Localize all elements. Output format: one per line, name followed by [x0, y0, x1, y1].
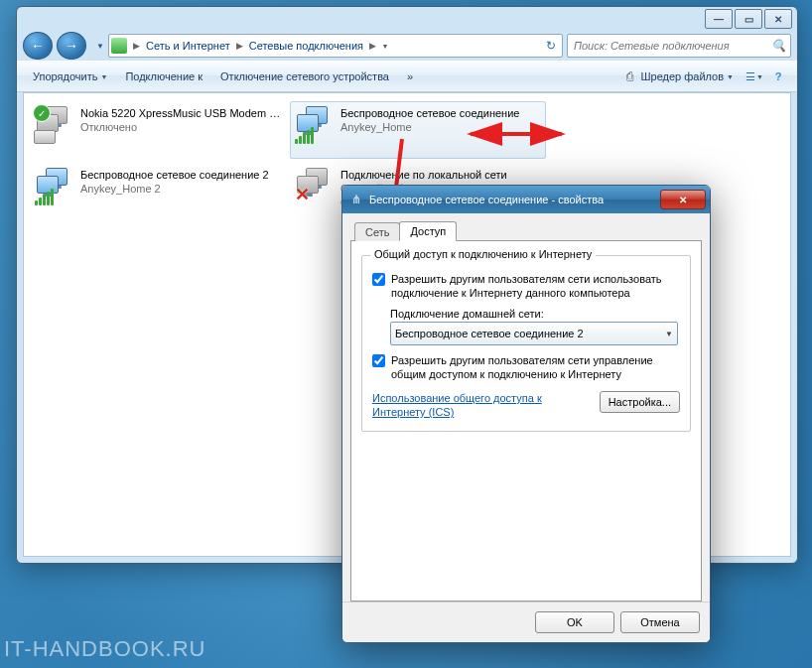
help-button[interactable]: ? — [767, 66, 789, 87]
toolbar-disable-label: Отключение сетевого устройства — [220, 70, 389, 82]
connection-item-wireless-2[interactable]: Беспроводное сетевое соединение 2 Anykey… — [30, 163, 286, 220]
allow-control-checkbox[interactable] — [372, 354, 385, 367]
view-icon: ☰ — [745, 70, 755, 83]
toolbar-connect-label: Подключение к — [125, 70, 203, 82]
breadcrumb[interactable]: ▶ Сеть и Интернет ▶ Сетевые подключения … — [108, 34, 563, 58]
chevron-down-icon: ▼ — [727, 73, 734, 80]
nav-row: ← → ▼ ▶ Сеть и Интернет ▶ Сетевые подклю… — [17, 31, 797, 61]
wireless-icon — [295, 106, 335, 146]
allow-sharing-row[interactable]: Разрешить другим пользователям сети испо… — [372, 272, 680, 300]
tab-network[interactable]: Сеть — [354, 222, 400, 241]
chevron-right-icon: ▶ — [131, 41, 142, 51]
connection-item-wireless-1[interactable]: Беспроводное сетевое соединение Anykey_H… — [290, 101, 546, 159]
connection-title: Беспроводное сетевое соединение 2 — [80, 168, 269, 182]
connection-network: Anykey_Home — [340, 120, 519, 134]
sharing-groupbox: Общий доступ к подключению к Интернету Р… — [361, 255, 691, 432]
chevron-down-icon: ▼ — [665, 330, 673, 338]
properties-dialog: ⋔ Беспроводное сетевое соединение - свой… — [341, 185, 711, 643]
select-value: Беспроводное сетевое соединение 2 — [395, 328, 584, 339]
arrow-left-icon: ← — [31, 38, 45, 54]
arrow-right-icon: → — [65, 38, 78, 54]
toolbar-organize-label: Упорядочить — [33, 70, 97, 82]
wireless-icon — [35, 168, 74, 207]
shredder-icon: ⎙ — [621, 68, 637, 84]
tabs: Сеть Доступ — [342, 213, 710, 240]
lan-icon: ✕ — [295, 168, 335, 207]
ok-button[interactable]: OK — [535, 611, 614, 633]
toolbar-disable-device[interactable]: Отключение сетевого устройства — [212, 67, 397, 85]
signal-icon — [35, 189, 54, 205]
connection-item-modem[interactable]: ✓ Nokia 5220 XpressMusic USB Modem (OTA)… — [30, 101, 286, 159]
home-network-label: Подключение домашней сети: — [390, 308, 680, 320]
explorer-titlebar: — ▭ ✕ — [17, 7, 797, 31]
nav-history-dropdown[interactable]: ▼ — [90, 37, 104, 55]
dialog-titlebar: ⋔ Беспроводное сетевое соединение - свой… — [342, 186, 710, 213]
dialog-title-text: Беспроводное сетевое соединение - свойст… — [369, 194, 660, 205]
toolbar-more-label: » — [407, 70, 413, 82]
connection-title: Беспроводное сетевое соединение — [340, 106, 519, 120]
dialog-buttons: OK Отмена — [342, 601, 710, 642]
signal-icon — [295, 127, 314, 144]
toolbar: Упорядочить ▼ Подключение к Отключение с… — [17, 61, 797, 92]
breadcrumb-seg-1[interactable]: Сеть и Интернет — [142, 35, 234, 57]
help-icon: ? — [775, 70, 782, 82]
back-button[interactable]: ← — [23, 32, 53, 60]
allow-sharing-label: Разрешить другим пользователям сети испо… — [391, 272, 680, 300]
toolbar-connect-to[interactable]: Подключение к — [117, 67, 210, 85]
search-box[interactable]: 🔍 — [567, 34, 791, 58]
dialog-close-button[interactable]: ✕ — [660, 190, 706, 209]
chevron-right-icon: ▶ — [367, 41, 378, 51]
forward-button[interactable]: → — [57, 32, 86, 60]
watermark: IT-HANDBOOK.RU — [4, 636, 205, 662]
chevron-right-icon: ▶ — [234, 41, 245, 51]
maximize-button[interactable]: ▭ — [735, 9, 762, 29]
search-input[interactable] — [572, 39, 786, 53]
tab-panel: Общий доступ к подключению к Интернету Р… — [350, 240, 702, 601]
check-icon: ✓ — [33, 104, 51, 122]
modem-icon: ✓ — [35, 106, 74, 146]
groupbox-legend: Общий доступ к подключению к Интернету — [370, 248, 596, 260]
allow-control-label: Разрешить другим пользователям сети упра… — [391, 353, 680, 381]
wireless-icon: ⋔ — [348, 192, 364, 207]
allow-sharing-checkbox[interactable] — [372, 273, 385, 286]
chevron-down-icon: ▼ — [100, 73, 107, 80]
search-icon: 🔍 — [771, 39, 786, 53]
cancel-button[interactable]: Отмена — [620, 611, 700, 633]
close-button[interactable]: ✕ — [764, 9, 792, 29]
disconnected-icon: ✕ — [295, 184, 310, 205]
connection-network: Anykey_Home 2 — [80, 182, 269, 196]
connection-status: Отключено — [80, 120, 281, 134]
ics-link[interactable]: Использование общего доступа к Интернету… — [372, 391, 561, 419]
toolbar-overflow[interactable]: » — [399, 67, 421, 85]
home-network-select[interactable]: Беспроводное сетевое соединение 2 ▼ — [390, 322, 678, 345]
toolbar-shredder-label: Шредер файлов — [640, 70, 724, 82]
connection-title: Подключение по локальной сети — [340, 168, 521, 182]
allow-control-row[interactable]: Разрешить другим пользователям сети упра… — [372, 353, 680, 381]
view-button[interactable]: ☰ ▼ — [744, 66, 765, 87]
toolbar-shredder[interactable]: ⎙ Шредер файлов ▼ — [613, 66, 742, 87]
network-icon — [111, 38, 127, 54]
breadcrumb-dropdown[interactable]: ▾ — [378, 42, 392, 51]
tab-sharing[interactable]: Доступ — [399, 221, 457, 241]
toolbar-organize[interactable]: Упорядочить ▼ — [25, 67, 115, 85]
chevron-down-icon: ▼ — [756, 73, 763, 80]
breadcrumb-seg-2[interactable]: Сетевые подключения — [245, 35, 367, 57]
settings-button[interactable]: Настройка... — [600, 391, 680, 413]
minimize-button[interactable]: — — [705, 9, 733, 29]
connection-title: Nokia 5220 XpressMusic USB Modem (OTA) — [80, 106, 281, 120]
refresh-button[interactable]: ↻ — [542, 37, 560, 55]
